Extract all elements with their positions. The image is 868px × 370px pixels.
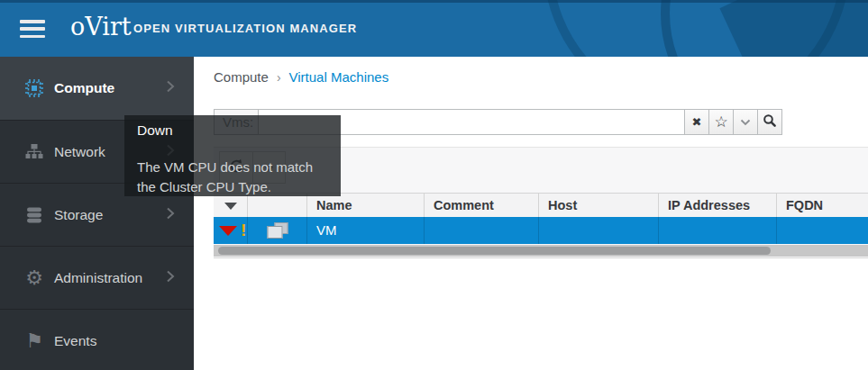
chevron-down-icon [264,161,274,175]
sidebar-item-administration[interactable]: ⚙ Administration [0,246,194,309]
breadcrumb-section: Compute [214,69,269,85]
search-submit-button[interactable] [757,109,782,135]
ovirt-logo: oVirt [70,0,132,57]
horizontal-scrollbar-thumb[interactable] [218,247,771,255]
search-prefix-label: Vms: [214,109,259,135]
chevron-right-icon [166,206,175,223]
vm-down-status-icon [219,226,237,236]
search-input[interactable] [258,109,685,135]
hamburger-icon [20,35,45,39]
type-cell [248,217,307,244]
refresh-options-button[interactable] [252,151,286,184]
name-column-header[interactable]: Name [307,194,425,218]
selection-column-header[interactable] [214,194,248,218]
ip-addresses-column-header[interactable]: IP Addresses [659,194,777,218]
chevron-right-icon [166,80,175,97]
vertical-nav: Compute Network [0,57,194,370]
star-icon: ☆ [714,114,727,130]
search-dropdown-button[interactable] [733,109,758,135]
flag-icon: ⚑ [24,331,44,351]
breadcrumb: Compute › Virtual Machines [214,69,388,85]
sidebar-item-compute[interactable]: Compute [0,57,194,120]
type-column-header[interactable] [248,194,307,218]
product-title: OPEN VIRTUALIZATION MANAGER [133,0,357,57]
breadcrumb-current-link[interactable]: Virtual Machines [289,69,389,85]
bookmark-search-button[interactable]: ☆ [708,109,734,135]
vm-monitor-icon-front [267,226,282,239]
sidebar-item-events[interactable]: ⚑ Events [0,309,194,370]
sidebar-item-label: Compute [54,80,114,96]
horizontal-scrollbar-track[interactable] [214,245,868,257]
vm-host-cell [539,217,659,244]
vm-fqdn-cell [777,217,868,244]
menu-toggle-button[interactable] [20,20,45,38]
vm-comment-cell [425,217,539,244]
hamburger-icon [20,20,45,23]
chevron-right-icon [166,269,175,286]
database-icon [24,205,44,225]
vm-results-panel: Name Comment Host IP Addresses FQDN ! VM [214,147,868,258]
sidebar-item-label: Network [54,144,105,160]
magnifier-icon [763,113,777,131]
refresh-split-button [219,151,286,184]
fqdn-column-header[interactable]: FQDN [777,194,868,218]
sidebar-item-network[interactable]: Network [0,120,194,183]
network-sitemap-icon [24,142,44,162]
sidebar-item-label: Storage [54,207,103,223]
refresh-button[interactable] [219,151,253,184]
status-cell: ! [214,217,248,244]
search-bar: Vms: ✖ ☆ [214,109,782,135]
host-column-header[interactable]: Host [539,194,659,218]
cpu-chip-icon [24,78,44,98]
clear-search-button[interactable]: ✖ [684,109,709,135]
masthead: oVirt OPEN VIRTUALIZATION MANAGER [0,0,868,57]
sidebar-item-label: Administration [54,270,142,286]
hamburger-icon [20,27,45,31]
vm-name-cell: VM [307,217,425,244]
comment-column-header[interactable]: Comment [425,194,539,218]
table-header-row: Name Comment Host IP Addresses FQDN [214,193,868,219]
vm-ip-cell [659,217,777,244]
clear-x-icon: ✖ [692,116,702,128]
breadcrumb-separator-icon: › [277,70,281,85]
chevron-down-icon [740,115,751,129]
sidebar-item-label: Events [54,333,96,349]
chevron-right-icon [166,143,175,160]
vm-monitor-icon [267,222,288,239]
sidebar-item-storage[interactable]: Storage [0,183,194,246]
sort-caret-icon [224,203,237,210]
table-row-vm-selected[interactable]: ! VM [214,217,868,244]
content-area: Compute › Virtual Machines Vms: ✖ ☆ [194,57,868,370]
masthead-decoration [719,0,868,57]
alert-exclamation-icon: ! [241,221,246,240]
gear-icon: ⚙ [24,268,44,288]
refresh-icon [229,158,244,176]
ovirt-admin-window: oVirt OPEN VIRTUALIZATION MANAGER Comput… [0,0,868,370]
